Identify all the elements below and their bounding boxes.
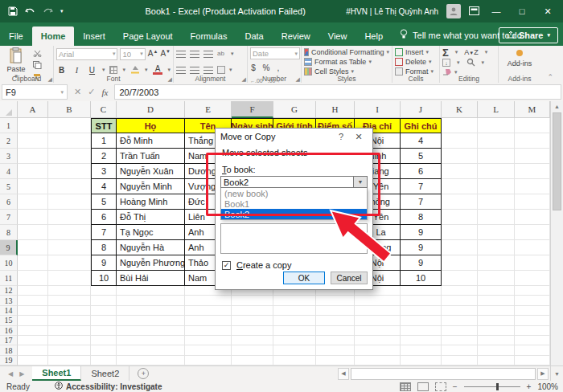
cell-A9[interactable] bbox=[18, 240, 48, 255]
cell-J3[interactable]: 5 bbox=[401, 149, 442, 164]
cell-L13[interactable] bbox=[478, 296, 515, 305]
cell-M9[interactable] bbox=[515, 240, 550, 255]
cell-L19[interactable] bbox=[478, 356, 515, 365]
align-middle-icon[interactable] bbox=[190, 51, 199, 58]
cell-L3[interactable] bbox=[478, 149, 515, 164]
cell-C17[interactable] bbox=[91, 336, 117, 345]
cell-G16[interactable] bbox=[273, 326, 316, 336]
cell-J15[interactable] bbox=[401, 316, 442, 325]
cell-E17[interactable] bbox=[185, 336, 232, 345]
cell-B6[interactable] bbox=[48, 194, 91, 210]
cell-L4[interactable] bbox=[478, 164, 515, 179]
column-header-I[interactable]: I bbox=[355, 101, 401, 118]
column-header-K[interactable]: K bbox=[442, 101, 478, 118]
comma-style-button[interactable]: , bbox=[276, 63, 281, 72]
cell-L12[interactable] bbox=[478, 286, 515, 296]
cell-A10[interactable] bbox=[18, 255, 48, 271]
cell-J14[interactable] bbox=[401, 306, 442, 316]
font-family-combo[interactable]: Arial▾ bbox=[56, 48, 117, 60]
cell-K19[interactable] bbox=[442, 356, 478, 365]
tab-page-layout[interactable]: Page Layout bbox=[114, 27, 182, 46]
cell-G17[interactable] bbox=[273, 336, 316, 345]
cell-M12[interactable] bbox=[515, 286, 550, 296]
cell-G19[interactable] bbox=[273, 356, 316, 365]
cut-icon[interactable] bbox=[33, 49, 42, 59]
cell-A6[interactable] bbox=[18, 194, 48, 210]
cell-A4[interactable] bbox=[18, 164, 48, 179]
enter-entry-icon[interactable]: ✓ bbox=[88, 87, 95, 97]
autosum-button[interactable]: Σ bbox=[442, 47, 449, 59]
cell-K7[interactable] bbox=[442, 210, 478, 225]
font-dialog-launcher[interactable]: ◢ bbox=[168, 76, 172, 83]
accounting-format-button[interactable]: $ bbox=[250, 63, 257, 72]
name-box[interactable]: F9 ▾ bbox=[2, 84, 68, 100]
cell-B2[interactable] bbox=[48, 133, 91, 149]
column-header-D[interactable]: D bbox=[117, 101, 185, 118]
cell-M14[interactable] bbox=[515, 306, 550, 316]
cell-L7[interactable] bbox=[478, 210, 515, 225]
percent-style-button[interactable]: % bbox=[262, 63, 270, 72]
column-header-G[interactable]: G bbox=[273, 101, 316, 118]
page-layout-view-button[interactable] bbox=[417, 382, 429, 391]
align-bottom-icon[interactable] bbox=[203, 51, 213, 58]
cell-J19[interactable] bbox=[401, 356, 442, 365]
row-header-12[interactable]: 12 bbox=[0, 286, 18, 296]
cell-D17[interactable] bbox=[117, 336, 185, 345]
row-header-7[interactable]: 7 bbox=[0, 210, 18, 225]
align-left-icon[interactable] bbox=[176, 67, 186, 74]
tab-view[interactable]: View bbox=[319, 27, 356, 46]
cell-B5[interactable] bbox=[48, 179, 91, 194]
format-as-table-button[interactable]: Format as Table▾ bbox=[304, 57, 389, 67]
cell-F18[interactable] bbox=[232, 345, 273, 355]
zoom-slider[interactable] bbox=[464, 386, 520, 387]
cell-J7[interactable]: 8 bbox=[401, 210, 442, 225]
redo-icon[interactable] bbox=[43, 7, 53, 16]
cell-C7[interactable]: 6 bbox=[91, 210, 117, 225]
row-header-3[interactable]: 3 bbox=[0, 149, 18, 164]
cell-I19[interactable] bbox=[355, 356, 401, 365]
cell-B10[interactable] bbox=[48, 255, 91, 271]
bold-button[interactable]: B bbox=[56, 66, 67, 75]
cell-M13[interactable] bbox=[515, 296, 550, 305]
cell-K6[interactable] bbox=[442, 194, 478, 210]
column-header-B[interactable]: B bbox=[48, 101, 91, 118]
row-header-10[interactable]: 10 bbox=[0, 255, 18, 271]
column-header-A[interactable]: A bbox=[18, 101, 48, 118]
cell-K9[interactable] bbox=[442, 240, 478, 255]
cell-L5[interactable] bbox=[478, 179, 515, 194]
cell-D8[interactable]: Tạ Ngọc bbox=[117, 225, 185, 240]
copy-icon[interactable] bbox=[33, 61, 42, 71]
scroll-up-icon[interactable]: ▲ bbox=[551, 101, 563, 112]
borders-button[interactable] bbox=[109, 66, 117, 74]
cancel-entry-icon[interactable]: ✕ bbox=[74, 87, 81, 97]
dropdown-option-Book2[interactable]: Book2 bbox=[221, 209, 367, 219]
cell-L1[interactable] bbox=[478, 118, 515, 133]
cell-D4[interactable]: Nguyễn Xuân bbox=[117, 164, 185, 179]
cell-J18[interactable] bbox=[401, 345, 442, 355]
dialog-help-button[interactable]: ? bbox=[332, 132, 350, 141]
cell-C16[interactable] bbox=[91, 326, 117, 336]
scroll-down-icon[interactable]: ▼ bbox=[550, 366, 563, 381]
dropdown-option-newbook[interactable]: (new book) bbox=[221, 188, 367, 198]
row-header-19[interactable]: 19 bbox=[0, 356, 18, 365]
cell-B11[interactable] bbox=[48, 271, 91, 286]
cell-C18[interactable] bbox=[91, 345, 117, 355]
fill-color-button[interactable] bbox=[130, 65, 140, 76]
cell-C14[interactable] bbox=[91, 306, 117, 316]
cell-E14[interactable] bbox=[185, 306, 232, 316]
cell-E18[interactable] bbox=[185, 345, 232, 355]
cell-K8[interactable] bbox=[442, 225, 478, 240]
cell-L6[interactable] bbox=[478, 194, 515, 210]
new-sheet-button[interactable]: + bbox=[129, 366, 157, 381]
row-header-2[interactable]: 2 bbox=[0, 133, 18, 149]
wrap-caret-icon[interactable]: ▾ bbox=[231, 51, 234, 57]
cell-A18[interactable] bbox=[18, 345, 48, 355]
select-all-button[interactable] bbox=[0, 101, 18, 118]
share-button[interactable]: Share ▾ bbox=[499, 27, 558, 43]
create-copy-checkbox[interactable]: ✓ bbox=[222, 261, 231, 270]
cell-D2[interactable]: Đỗ Minh bbox=[117, 133, 185, 149]
cell-B16[interactable] bbox=[48, 326, 91, 336]
tab-formulas[interactable]: Formulas bbox=[182, 27, 236, 46]
create-copy-row[interactable]: ✓ Create a copy bbox=[216, 254, 372, 270]
cell-I18[interactable] bbox=[355, 345, 401, 355]
